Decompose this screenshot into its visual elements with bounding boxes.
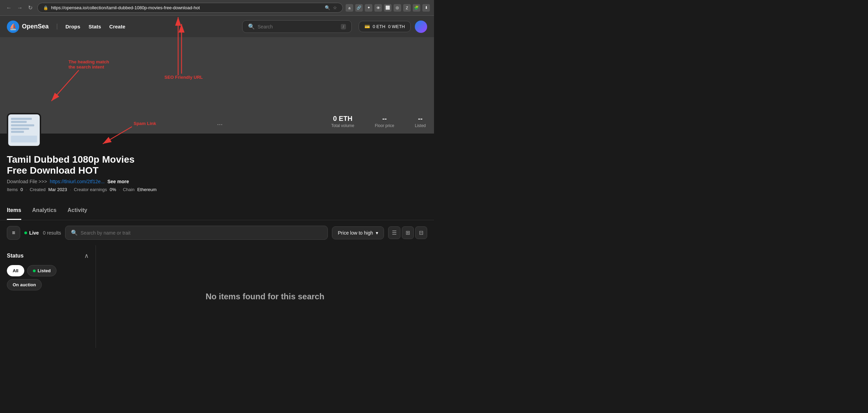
sort-chevron-icon: ▾ — [376, 230, 378, 236]
search-input[interactable] — [258, 24, 338, 29]
total-volume-label: Total volume — [331, 123, 354, 128]
stats-bar: 0 ETH Total volume -- Floor price -- Lis… — [323, 109, 434, 134]
main-content: Status ∧ All Listed On auction No items … — [0, 245, 434, 348]
sidebar: Status ∧ All Listed On auction — [0, 245, 96, 348]
search-kbd: / — [341, 24, 346, 29]
zoom-icon: 🔍 — [325, 5, 330, 10]
stat-listed: -- Listed — [415, 115, 426, 128]
live-label: Live — [29, 230, 39, 236]
security-icon: 🔒 — [43, 5, 48, 10]
live-indicator: Live — [24, 230, 39, 236]
collection-hero: 0 ETH Total volume -- Floor price -- Lis… — [0, 38, 434, 134]
browser-extensions: a 🔗 ✦ 👁 ⬜ ◎ Z 🧩 ⬇ — [346, 4, 430, 12]
meta-chain-value: Ethereum — [137, 187, 157, 192]
meta-created-value: Mar 2023 — [48, 187, 67, 192]
ext-icon-2[interactable]: 🔗 — [355, 4, 363, 12]
browser-chrome: ← → ↻ 🔒 https://opensea.io/collection/ta… — [0, 0, 434, 16]
filter-all-button[interactable]: All — [7, 265, 24, 276]
filter-listed-button[interactable]: Listed — [27, 265, 57, 276]
bookmark-icon: ☆ — [333, 5, 337, 10]
view-list-button[interactable]: ☰ — [388, 226, 400, 239]
listed-value: -- — [415, 115, 426, 123]
meta-created-label: Created — [30, 187, 46, 192]
see-more-button[interactable]: See more — [107, 179, 129, 184]
no-results-text: No items found for this search — [206, 292, 324, 301]
filter-auction-button[interactable]: On auction — [7, 279, 42, 290]
name-search-icon: 🔍 — [71, 229, 78, 236]
browser-nav-buttons: ← → ↻ — [4, 3, 35, 12]
forward-button[interactable]: → — [15, 3, 25, 12]
eth-balance: 0 ETH — [373, 24, 385, 29]
ext-icon-4[interactable]: 👁 — [374, 4, 382, 12]
stat-total-volume: 0 ETH Total volume — [331, 115, 354, 128]
status-filters: All Listed On auction — [7, 265, 89, 290]
listed-dot — [33, 270, 36, 272]
opensea-logo-text: OpenSea — [22, 23, 49, 30]
search-icon: 🔍 — [248, 23, 255, 30]
results-count: 0 results — [43, 230, 61, 236]
back-button[interactable]: ← — [4, 3, 14, 12]
three-dots-menu[interactable]: ··· — [217, 120, 223, 128]
collection-meta: Items 0 · Created Mar 2023 · Creator ear… — [7, 187, 427, 192]
url-text: https://opensea.io/collection/tamil-dubb… — [51, 5, 322, 10]
collection-info: Tamil Dubbed 1080p Movies Free Download … — [0, 134, 434, 199]
meta-items-value: 0 — [21, 187, 23, 192]
avatar-placeholder — [8, 114, 40, 146]
ext-icon-5[interactable]: ⬜ — [384, 4, 392, 12]
filter-bar: ≡ Live 0 results 🔍 Price low to high ▾ ☰… — [0, 220, 434, 245]
total-volume-value: 0 ETH — [331, 115, 354, 123]
collection-title: Tamil Dubbed 1080p Movies Free Download … — [7, 154, 144, 176]
nav-create[interactable]: Create — [109, 24, 125, 29]
view-grid2-button[interactable]: ⊟ — [415, 226, 427, 239]
description-prefix: Download File >>> — [7, 179, 47, 184]
opensea-logo[interactable]: ⛵ OpenSea — [7, 21, 49, 33]
name-search-input[interactable] — [80, 230, 322, 236]
ext-amazon-icon[interactable]: a — [346, 4, 353, 12]
status-section-title: Status — [7, 253, 24, 259]
ext-icon-7[interactable]: Z — [403, 4, 411, 12]
meta-earnings-label: Creator earnings — [74, 187, 107, 192]
page-wrapper: ← → ↻ 🔒 https://opensea.io/collection/ta… — [0, 0, 434, 348]
header-nav: Drops Stats Create — [57, 24, 125, 29]
tab-analytics[interactable]: Analytics — [32, 202, 57, 220]
meta-chain-label: Chain — [123, 187, 135, 192]
opensea-header: ⛵ OpenSea Drops Stats Create 🔍 / 💳 0 ETH… — [0, 16, 434, 38]
collection-description: Download File >>> https://tlniurl.com/2t… — [7, 179, 427, 184]
user-avatar[interactable] — [415, 21, 427, 33]
header-right: 💳 0 ETH 0 WETH — [359, 21, 427, 33]
ext-icon-8[interactable]: 🧩 — [413, 4, 420, 12]
spam-link[interactable]: https://tlniurl.com/2tf12e... — [50, 179, 104, 184]
sort-label: Price low to high — [338, 230, 373, 236]
sidebar-collapse-button[interactable]: ∧ — [84, 252, 89, 260]
wallet-icon: 💳 — [364, 24, 370, 29]
floor-price-label: Floor price — [375, 123, 394, 128]
tabs-bar: Items Analytics Activity — [0, 202, 434, 220]
tab-items[interactable]: Items — [7, 202, 21, 220]
view-toggles: ☰ ⊞ ⊟ — [388, 226, 427, 239]
meta-earnings-value: 0% — [110, 187, 116, 192]
header-search-bar[interactable]: 🔍 / — [242, 20, 352, 33]
filter-toggle-button[interactable]: ≡ — [7, 226, 20, 240]
opensea-logo-icon: ⛵ — [7, 21, 19, 33]
address-bar[interactable]: 🔒 https://opensea.io/collection/tamil-du… — [37, 3, 343, 13]
view-grid-button[interactable]: ⊞ — [402, 226, 414, 239]
name-search-container[interactable]: 🔍 — [65, 226, 328, 240]
listed-label: Listed — [415, 123, 426, 128]
wallet-button[interactable]: 💳 0 ETH 0 WETH — [359, 21, 411, 32]
nav-drops[interactable]: Drops — [65, 24, 80, 29]
address-actions: 🔍 ☆ — [325, 5, 337, 10]
stat-floor-price: -- Floor price — [375, 115, 394, 128]
floor-price-value: -- — [375, 115, 394, 123]
ext-icon-9[interactable]: ⬇ — [422, 4, 430, 12]
results-area: No items found for this search — [96, 245, 434, 348]
collection-avatar — [7, 113, 41, 147]
live-dot — [24, 231, 27, 234]
weth-balance: 0 WETH — [388, 24, 405, 29]
tab-activity[interactable]: Activity — [67, 202, 87, 220]
meta-items-label: Items — [7, 187, 18, 192]
nav-stats[interactable]: Stats — [88, 24, 101, 29]
sort-dropdown[interactable]: Price low to high ▾ — [332, 226, 384, 239]
ext-icon-6[interactable]: ◎ — [394, 4, 401, 12]
ext-icon-3[interactable]: ✦ — [365, 4, 372, 12]
refresh-button[interactable]: ↻ — [26, 3, 35, 12]
